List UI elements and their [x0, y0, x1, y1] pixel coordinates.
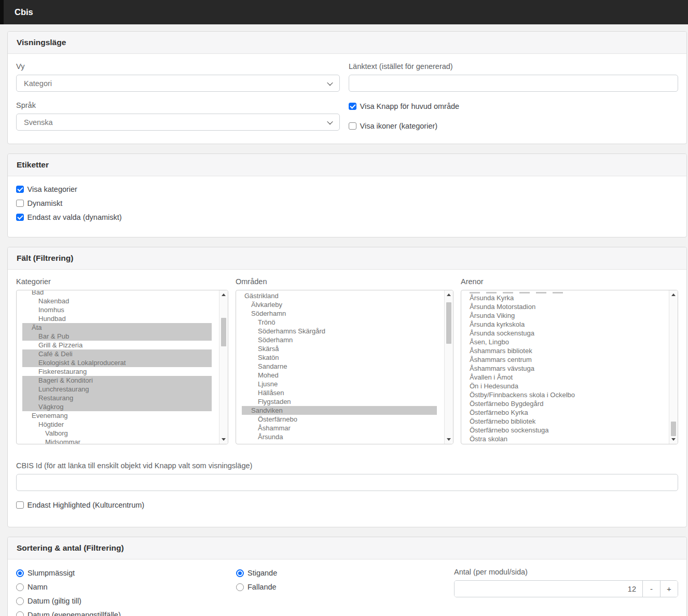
list-option[interactable]: Valborg — [22, 429, 212, 438]
list-option[interactable]: Östra skolan — [467, 435, 662, 443]
widget-settings-page: Visningsläge Vy Kategori Språk Svenska L… — [0, 24, 688, 616]
list-option[interactable]: Skärså — [242, 344, 437, 353]
list-option[interactable]: Bageri & Konditori — [22, 376, 212, 385]
lanktext-input[interactable] — [349, 75, 678, 92]
list-option[interactable]: Evenemang — [22, 411, 212, 420]
scrollbar[interactable] — [219, 290, 228, 444]
vy-select[interactable]: Kategori — [16, 75, 340, 92]
list-option[interactable]: Årsunda sockenstuga — [467, 329, 662, 338]
list-option[interactable]: Vägkrog — [22, 402, 212, 411]
list-option[interactable]: Sandviken — [242, 406, 437, 415]
list-option[interactable]: Åshammars bibliotek — [467, 346, 662, 355]
list-option[interactable]: Bar & Pub — [22, 332, 212, 341]
list-option[interactable]: Ön i Hedesunda — [467, 382, 662, 390]
list-option[interactable]: Åshammars vävstuga — [467, 364, 662, 373]
antal-increment-button[interactable]: + — [660, 581, 678, 597]
list-option[interactable]: Midsommar — [22, 438, 212, 444]
omraden-listbox[interactable]: GästriklandÄlvkarlebySöderhamnTrönöSöder… — [236, 290, 453, 444]
list-option[interactable]: Åsen, Lingbo — [467, 338, 662, 346]
list-option[interactable]: Årsunda kyrkskola — [467, 320, 662, 329]
visa-kategorier-checkbox[interactable]: Visa kategorier — [16, 184, 678, 194]
cbis-id-input[interactable] — [16, 474, 678, 491]
scroll-up-icon[interactable] — [445, 290, 453, 299]
list-option[interactable]: Årsunda — [242, 432, 437, 441]
list-option[interactable]: Söderhamn — [242, 309, 437, 318]
scrollbar-thumb[interactable] — [221, 318, 226, 346]
list-option[interactable]: Österfärnebo sockenstuga — [467, 426, 662, 435]
list-option[interactable]: Årsunda Viking — [467, 311, 662, 320]
antal-decrement-button[interactable]: - — [642, 581, 660, 597]
list-option[interactable]: Österfärnebo Kyrka — [467, 408, 662, 417]
scrollbar[interactable] — [444, 290, 453, 444]
visa-ikoner-checkbox[interactable]: Visa ikoner (kategorier) — [349, 122, 678, 130]
scroll-down-icon[interactable] — [219, 435, 228, 444]
scroll-up-icon[interactable] — [219, 290, 228, 299]
list-option[interactable]: Sandarne — [242, 362, 437, 371]
list-option[interactable]: Ljusne — [242, 380, 437, 388]
list-option[interactable]: Hällåsen — [242, 388, 437, 397]
list-option[interactable]: Österfärnebo bibliotek — [467, 417, 662, 426]
list-option[interactable]: Årsunda Kyrka — [467, 293, 662, 302]
scrollbar-thumb[interactable] — [671, 422, 676, 436]
list-option[interactable]: Mohed — [242, 371, 437, 380]
scroll-up-icon[interactable] — [669, 290, 678, 299]
scrollbar[interactable] — [669, 290, 678, 444]
arenor-listbox[interactable]: Årsunda KyrkaÅrsunda MotorstadionÅrsunda… — [461, 290, 678, 444]
list-option[interactable]: Trönö — [242, 318, 437, 327]
sprak-select[interactable]: Svenska — [16, 114, 340, 131]
list-option[interactable]: Lunchrestaurang — [22, 385, 212, 394]
list-option[interactable]: Årsunda Motorstadion — [467, 302, 662, 311]
list-option[interactable]: Gästrikland — [242, 291, 437, 300]
radio-fallande[interactable]: Fallande — [236, 582, 454, 592]
antal-input[interactable] — [455, 581, 642, 597]
scrollbar-thumb[interactable] — [446, 302, 451, 344]
list-option[interactable]: Restaurang — [22, 394, 212, 402]
radio-datum-evenemangstillfalle[interactable]: Datum (evenemangstillfälle) — [16, 610, 236, 616]
list-option[interactable]: Grill & Pizzeria — [22, 341, 212, 349]
list-option[interactable]: Söderhamns Skärgård — [242, 327, 437, 335]
antal-stepper: - + — [454, 580, 678, 597]
sprak-label: Språk — [16, 101, 340, 109]
radio-icon — [16, 569, 24, 577]
list-option[interactable]: Åshammar — [242, 424, 437, 432]
list-option[interactable]: Söderhamn — [242, 335, 437, 344]
list-option[interactable]: Ekologiskt & Lokalproducerat — [22, 358, 212, 367]
visa-knapp-checkbox[interactable]: Visa Knapp för huvud område — [349, 102, 678, 110]
endast-highlighted-checkbox[interactable]: Endast Highlighted (Kulturcentrum) — [16, 501, 678, 509]
kategorier-listbox[interactable]: BadNakenbadInomhusHundbadÄtaBar & PubGri… — [16, 290, 228, 444]
scroll-down-icon[interactable] — [445, 435, 453, 444]
list-option[interactable]: Östby/Finnbackens skola i Ockelbo — [467, 390, 662, 399]
list-option[interactable]: Åshammars centrum — [467, 355, 662, 364]
list-option[interactable]: Nakenbad — [22, 297, 212, 305]
list-option[interactable]: Fiskerestaurang — [22, 367, 212, 376]
radio-icon — [236, 583, 244, 591]
list-option[interactable]: Äta — [22, 323, 212, 332]
checkbox-icon — [16, 501, 24, 509]
radio-slumpmassigt[interactable]: Slumpmässigt — [16, 568, 236, 578]
radio-stigande[interactable]: Stigande — [236, 568, 454, 578]
section-visningslage: Visningsläge Vy Kategori Språk Svenska L… — [7, 31, 687, 144]
section-etiketter: Etiketter Visa kategorier Dynamiskt Enda… — [7, 153, 687, 237]
checkbox-icon — [16, 200, 24, 207]
list-option[interactable]: Åvallen i Åmot — [467, 373, 662, 382]
list-option[interactable]: Café & Deli — [22, 349, 212, 358]
list-option[interactable]: Skatön — [242, 353, 437, 362]
list-option[interactable]: Högtider — [22, 420, 212, 429]
endast-av-valda-checkbox[interactable]: Endast av valda (dynamiskt) — [16, 212, 678, 222]
list-option[interactable]: Älvkarleby — [242, 300, 437, 309]
list-option[interactable]: Bad — [22, 290, 212, 297]
checkbox-icon — [349, 122, 356, 130]
radio-datum-giltig-till[interactable]: Datum (giltig till) — [16, 596, 236, 606]
dynamiskt-checkbox[interactable]: Dynamiskt — [16, 198, 678, 208]
list-option[interactable]: Hundbad — [22, 314, 212, 323]
radio-namn[interactable]: Namn — [16, 582, 236, 592]
top-bar: Cbis — [0, 0, 688, 24]
app-title: Cbis — [15, 7, 33, 17]
scroll-down-icon[interactable] — [669, 435, 678, 444]
vy-selected-value: Kategori — [24, 79, 52, 88]
list-option[interactable]: Flygstaden — [242, 397, 437, 406]
list-option[interactable]: Österfärnebo Bygdegård — [467, 399, 662, 408]
list-option[interactable]: Inomhus — [22, 305, 212, 314]
radio-icon — [16, 597, 24, 605]
list-option[interactable]: Österfärnebo — [242, 415, 437, 424]
